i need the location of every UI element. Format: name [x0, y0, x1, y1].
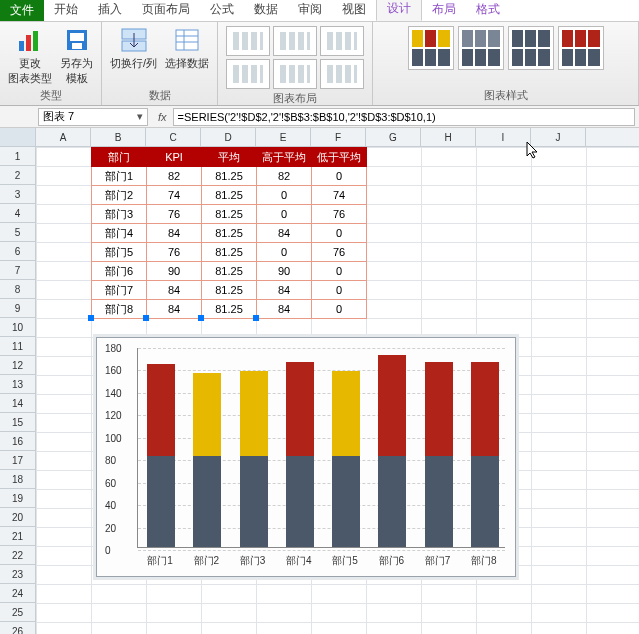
- col-header[interactable]: D: [201, 128, 256, 146]
- chart-style-gallery[interactable]: [408, 26, 604, 70]
- name-box[interactable]: 图表 7 ▾: [38, 108, 148, 126]
- col-header[interactable]: I: [476, 128, 531, 146]
- table-cell[interactable]: 84: [147, 281, 202, 300]
- row-header[interactable]: 24: [0, 584, 35, 603]
- cells[interactable]: 部门KPI平均高于平均低于平均部门18281.25820部门27481.2507…: [36, 147, 639, 634]
- col-header[interactable]: B: [91, 128, 146, 146]
- row-header[interactable]: 5: [0, 223, 35, 242]
- table-cell[interactable]: 0: [257, 243, 312, 262]
- select-all-corner[interactable]: [0, 128, 35, 147]
- table-cell[interactable]: 81.25: [202, 243, 257, 262]
- selection-handle[interactable]: [198, 315, 204, 321]
- row-header[interactable]: 13: [0, 375, 35, 394]
- formula-bar[interactable]: =SERIES('2'!$D$2,'2'!$B$3:$B$10,'2'!$D$3…: [173, 108, 635, 126]
- table-cell[interactable]: 0: [312, 300, 367, 319]
- select-data-button[interactable]: 选择数据: [165, 26, 209, 71]
- row-header[interactable]: 22: [0, 546, 35, 565]
- chart-bar[interactable]: [147, 364, 175, 547]
- table-cell[interactable]: 81.25: [202, 186, 257, 205]
- tab-layout[interactable]: 布局: [422, 0, 466, 21]
- tab-pagelayout[interactable]: 页面布局: [132, 0, 200, 21]
- table-cell[interactable]: 84: [147, 300, 202, 319]
- row-header[interactable]: 8: [0, 280, 35, 299]
- row-header[interactable]: 1: [0, 147, 35, 166]
- table-cell[interactable]: 76: [312, 205, 367, 224]
- switch-row-col-button[interactable]: 切换行/列: [110, 26, 157, 71]
- column-headers[interactable]: ABCDEFGHIJ: [36, 128, 639, 147]
- row-header[interactable]: 9: [0, 299, 35, 318]
- table-cell[interactable]: 84: [147, 224, 202, 243]
- col-header[interactable]: A: [36, 128, 91, 146]
- row-header[interactable]: 2: [0, 166, 35, 185]
- change-chart-type-button[interactable]: 更改 图表类型: [8, 26, 52, 86]
- row-header[interactable]: 18: [0, 470, 35, 489]
- style-item[interactable]: [558, 26, 604, 70]
- chevron-down-icon[interactable]: ▾: [137, 110, 143, 123]
- layout-item[interactable]: [273, 59, 317, 89]
- row-header[interactable]: 7: [0, 261, 35, 280]
- table-cell[interactable]: 74: [147, 186, 202, 205]
- plot-area[interactable]: [137, 348, 505, 548]
- table-cell[interactable]: 90: [257, 262, 312, 281]
- save-as-template-button[interactable]: 另存为 模板: [60, 26, 93, 86]
- style-item[interactable]: [458, 26, 504, 70]
- chart-bar[interactable]: [240, 371, 268, 547]
- table-cell[interactable]: 84: [257, 224, 312, 243]
- fx-icon[interactable]: fx: [158, 111, 167, 123]
- table-cell[interactable]: 81.25: [202, 224, 257, 243]
- chart-bar[interactable]: [193, 373, 221, 547]
- table-cell[interactable]: 81.25: [202, 262, 257, 281]
- row-header[interactable]: 16: [0, 432, 35, 451]
- table-cell[interactable]: 0: [312, 262, 367, 281]
- row-header[interactable]: 26: [0, 622, 35, 634]
- row-header[interactable]: 12: [0, 356, 35, 375]
- table-cell[interactable]: 76: [147, 243, 202, 262]
- row-header[interactable]: 6: [0, 242, 35, 261]
- row-header[interactable]: 20: [0, 508, 35, 527]
- row-header[interactable]: 15: [0, 413, 35, 432]
- table-cell[interactable]: 部门5: [92, 243, 147, 262]
- table-cell[interactable]: 76: [147, 205, 202, 224]
- layout-item[interactable]: [273, 26, 317, 56]
- row-header[interactable]: 11: [0, 337, 35, 356]
- row-headers[interactable]: 1234567891011121314151617181920212223242…: [0, 128, 36, 634]
- tab-data[interactable]: 数据: [244, 0, 288, 21]
- chart-bar[interactable]: [378, 355, 406, 547]
- table-cell[interactable]: 部门4: [92, 224, 147, 243]
- table-cell[interactable]: 部门2: [92, 186, 147, 205]
- table-cell[interactable]: 0: [312, 224, 367, 243]
- row-header[interactable]: 3: [0, 185, 35, 204]
- table-cell[interactable]: 部门3: [92, 205, 147, 224]
- table-cell[interactable]: 81.25: [202, 300, 257, 319]
- table-cell[interactable]: 部门6: [92, 262, 147, 281]
- tab-formulas[interactable]: 公式: [200, 0, 244, 21]
- tab-design[interactable]: 设计: [376, 0, 422, 21]
- grid-area[interactable]: ABCDEFGHIJ 部门KPI平均高于平均低于平均部门18281.25820部…: [36, 128, 639, 634]
- chart-bar[interactable]: [425, 362, 453, 547]
- table-cell[interactable]: 部门8: [92, 300, 147, 319]
- table-cell[interactable]: 76: [312, 243, 367, 262]
- style-item[interactable]: [408, 26, 454, 70]
- table-cell[interactable]: 0: [312, 281, 367, 300]
- chart-layout-gallery[interactable]: [226, 26, 364, 89]
- row-header[interactable]: 14: [0, 394, 35, 413]
- table-cell[interactable]: 部门7: [92, 281, 147, 300]
- chart-bar[interactable]: [471, 362, 499, 547]
- table-cell[interactable]: 84: [257, 281, 312, 300]
- table-cell[interactable]: 0: [257, 205, 312, 224]
- row-header[interactable]: 4: [0, 204, 35, 223]
- table-cell[interactable]: 84: [257, 300, 312, 319]
- table-cell[interactable]: 81.25: [202, 281, 257, 300]
- row-header[interactable]: 10: [0, 318, 35, 337]
- col-header[interactable]: C: [146, 128, 201, 146]
- col-header[interactable]: H: [421, 128, 476, 146]
- embedded-chart[interactable]: 020406080100120140160180部门1部门2部门3部门4部门5部…: [96, 337, 516, 577]
- table-cell[interactable]: 82: [147, 167, 202, 186]
- table-cell[interactable]: 74: [312, 186, 367, 205]
- tab-insert[interactable]: 插入: [88, 0, 132, 21]
- selection-handle[interactable]: [88, 315, 94, 321]
- layout-item[interactable]: [320, 26, 364, 56]
- table-cell[interactable]: 0: [312, 167, 367, 186]
- tab-format[interactable]: 格式: [466, 0, 510, 21]
- layout-item[interactable]: [226, 59, 270, 89]
